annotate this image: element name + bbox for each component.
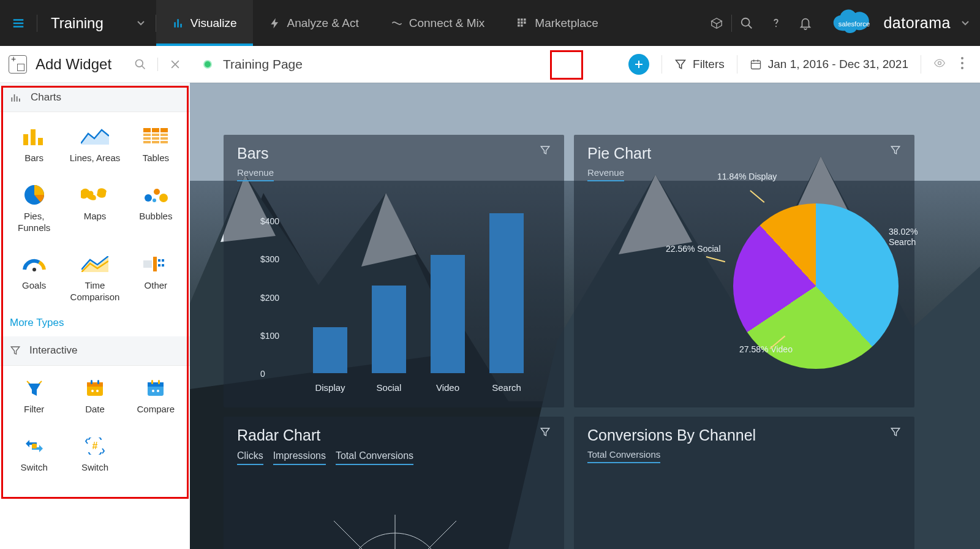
search-icon[interactable] — [732, 9, 761, 38]
card-sub-tabs: Clicks Impressions Total Conversions — [224, 447, 564, 465]
add-page-button[interactable] — [628, 54, 649, 75]
bars-icon — [172, 17, 184, 29]
widget-bubbles[interactable]: Bubbles — [126, 183, 186, 234]
widget-compare[interactable]: Compare — [126, 376, 186, 415]
widget-label: Lines, Areas — [64, 153, 125, 164]
nav-tabs: Visualize Analyze & Act Connect & Mix Ma… — [156, 0, 614, 46]
bar — [489, 213, 524, 373]
status-dot-icon — [203, 60, 212, 69]
x-label: Video — [420, 382, 475, 393]
widget-bars[interactable]: Bars — [4, 124, 64, 164]
svg-point-20 — [153, 199, 156, 202]
date-icon — [86, 379, 104, 397]
sub-tab[interactable]: Clicks — [237, 450, 263, 465]
widget-switch-2[interactable]: #Switch — [64, 434, 125, 474]
widget-lines[interactable]: Lines, Areas — [64, 124, 125, 164]
more-button[interactable] — [958, 56, 967, 72]
card-filter-button[interactable] — [540, 426, 551, 440]
filters-button[interactable]: Filters — [674, 58, 725, 71]
tab-label: Connect & Mix — [409, 17, 485, 30]
more-types[interactable]: More Types — [0, 309, 190, 336]
widget-other[interactable]: Other — [126, 252, 186, 303]
widget-tables[interactable]: Tables — [126, 124, 186, 164]
leader-line — [750, 190, 765, 202]
funnel-icon — [674, 58, 687, 70]
y-tick: $300 — [260, 254, 279, 264]
card-bars[interactable]: Bars Revenue 0$100$200$300$400DisplaySoc… — [224, 135, 564, 407]
add-widget-icon — [9, 55, 27, 74]
help-icon[interactable] — [761, 9, 791, 38]
svg-rect-15 — [143, 141, 168, 143]
y-tick: $400 — [260, 216, 279, 226]
divider — [662, 55, 662, 74]
date-range-label: Jan 1, 2016 - Dec 31, 2021 — [768, 58, 908, 71]
widget-time-comparison[interactable]: Time Comparison — [64, 252, 125, 303]
card-filter-button[interactable] — [890, 426, 901, 440]
time-compare-icon — [81, 256, 108, 272]
bar — [372, 286, 406, 373]
radar-partial — [297, 515, 493, 549]
svg-rect-13 — [143, 134, 168, 136]
box-icon[interactable] — [702, 9, 731, 38]
svg-rect-37 — [158, 380, 160, 384]
svg-rect-36 — [151, 380, 153, 384]
svg-point-39 — [157, 390, 159, 392]
svg-rect-31 — [97, 380, 99, 384]
card-filter-button[interactable] — [540, 145, 551, 158]
widget-switch-1[interactable]: Switch — [4, 434, 64, 474]
nav-right: salesforce datorama — [702, 0, 980, 46]
chevron-down-icon — [962, 20, 969, 27]
widget-label: Compare — [126, 404, 186, 415]
svg-rect-29 — [87, 382, 103, 387]
chevron-down-icon — [137, 20, 145, 27]
bell-icon[interactable] — [791, 9, 820, 38]
section-interactive[interactable]: Interactive — [0, 336, 190, 366]
card-filter-button[interactable] — [890, 145, 901, 158]
date-range-button[interactable]: Jan 1, 2016 - Dec 31, 2021 — [750, 58, 908, 71]
sub-tab[interactable]: Impressions — [273, 450, 326, 465]
filters-label: Filters — [693, 58, 725, 71]
page-title[interactable]: Training Page — [223, 57, 303, 72]
widget-filter[interactable]: Filter — [4, 376, 64, 415]
tab-connect[interactable]: Connect & Mix — [375, 0, 501, 46]
brand[interactable]: salesforce datorama — [831, 9, 969, 38]
bubbles-icon — [143, 186, 168, 204]
workspace-selector[interactable]: Training — [37, 15, 156, 32]
tab-visualize[interactable]: Visualize — [156, 0, 253, 46]
svg-point-6 — [961, 62, 963, 64]
svg-point-21 — [32, 268, 36, 271]
x-label: Display — [303, 382, 358, 393]
tab-marketplace[interactable]: Marketplace — [500, 0, 614, 46]
svg-point-0 — [742, 18, 750, 26]
svg-point-8 — [136, 59, 143, 67]
pie-label-search: 38.02% Search — [889, 227, 918, 248]
svg-point-17 — [145, 194, 152, 202]
widget-pies[interactable]: Pies, Funnels — [4, 183, 64, 234]
svg-rect-26 — [158, 264, 160, 267]
widget-goals[interactable]: Goals — [4, 252, 64, 303]
widget-maps[interactable]: Maps — [64, 183, 125, 234]
card-conversions[interactable]: Conversions By Channel Total Conversions — [574, 417, 914, 549]
close-icon[interactable] — [169, 58, 181, 70]
search-icon[interactable] — [134, 58, 146, 70]
preview-button[interactable] — [933, 57, 946, 72]
tab-analyze[interactable]: Analyze & Act — [253, 0, 375, 46]
menu-button[interactable] — [0, 0, 37, 46]
svg-rect-3 — [751, 61, 760, 69]
card-pie[interactable]: Pie Chart Revenue 11.84% Display 38.02% … — [574, 135, 914, 407]
card-subtitle: Revenue — [237, 167, 274, 181]
widget-date[interactable]: Date — [64, 376, 125, 415]
svg-rect-22 — [143, 260, 152, 268]
widget-label: Bubbles — [126, 211, 186, 222]
card-subtitle: Total Conversions — [587, 449, 660, 463]
more-types-link[interactable]: More Types — [10, 317, 64, 328]
pie-label-video: 27.58% Video — [739, 344, 793, 355]
conv-mini-bars — [598, 540, 890, 549]
card-radar[interactable]: Radar Chart Clicks Impressions Total Con… — [224, 417, 564, 549]
bar-plot: 0$100$200$300$400DisplaySocialVideoSearc… — [260, 202, 552, 373]
svg-rect-12 — [143, 128, 168, 132]
section-charts[interactable]: Charts — [0, 83, 190, 112]
svg-point-32 — [91, 390, 94, 392]
brand-text: datorama — [883, 14, 951, 32]
sub-tab[interactable]: Total Conversions — [336, 450, 413, 465]
